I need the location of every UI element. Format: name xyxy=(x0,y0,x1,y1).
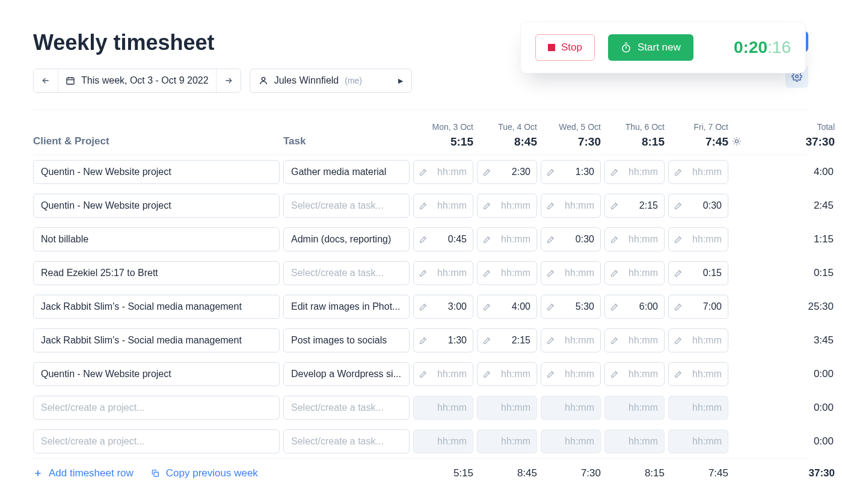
edit-icon xyxy=(610,302,619,312)
time-cell[interactable]: hh:mm xyxy=(668,362,728,386)
user-selector[interactable]: Jules Winnfield (me) ▶ xyxy=(250,69,412,93)
time-cell[interactable]: 2:30 xyxy=(477,160,537,184)
timesheet-header: Client & Project Task Mon, 3 Oct5:15 Tue… xyxy=(33,118,809,155)
time-cell[interactable]: 7:00 xyxy=(668,295,728,319)
edit-icon xyxy=(546,302,556,312)
edit-icon xyxy=(482,369,492,379)
project-input[interactable]: Quentin - New Website project xyxy=(33,362,280,386)
time-cell[interactable]: hh:mm xyxy=(604,227,665,251)
task-input[interactable]: Select/create a task... xyxy=(283,194,410,218)
task-input[interactable]: Edit raw images in Phot... xyxy=(283,295,410,319)
task-input[interactable]: Develop a Wordpress si... xyxy=(283,362,410,386)
time-cell[interactable]: 3:00 xyxy=(413,295,473,319)
time-cell[interactable]: hh:mm xyxy=(604,328,665,352)
time-cell[interactable]: hh:mm xyxy=(477,261,537,285)
add-row-button[interactable]: Add timesheet row xyxy=(33,467,134,479)
task-input[interactable]: Admin (docs, reporting) xyxy=(283,227,410,251)
time-cell[interactable]: 0:30 xyxy=(668,194,728,218)
project-input[interactable]: Jack Rabbit Slim's - Social media manage… xyxy=(33,328,280,352)
start-timer-button[interactable]: Start new xyxy=(608,34,693,61)
time-cell: hh:mm xyxy=(413,396,473,420)
time-cell[interactable]: hh:mm xyxy=(413,160,473,184)
edit-icon xyxy=(482,201,492,211)
project-input[interactable]: Not billable xyxy=(33,227,280,251)
task-input[interactable]: Select/create a task... xyxy=(283,396,410,420)
time-cell[interactable]: hh:mm xyxy=(477,194,537,218)
timesheet-row: Not billableAdmin (docs, reporting)0:45h… xyxy=(33,223,809,256)
time-cell[interactable]: hh:mm xyxy=(604,261,665,285)
task-input[interactable]: Select/create a task... xyxy=(283,261,410,285)
time-cell: hh:mm xyxy=(604,429,665,453)
project-input[interactable]: Quentin - New Website project xyxy=(33,194,280,218)
edit-icon xyxy=(546,268,556,278)
time-cell[interactable]: hh:mm xyxy=(604,160,665,184)
col-task: Task xyxy=(283,135,410,149)
user-me-suffix: (me) xyxy=(345,76,362,85)
time-cell[interactable]: 0:30 xyxy=(541,227,601,251)
time-cell[interactable]: 5:30 xyxy=(541,295,601,319)
time-cell[interactable]: hh:mm xyxy=(413,362,473,386)
time-cell[interactable]: 1:30 xyxy=(413,328,473,352)
svg-point-4 xyxy=(735,140,738,143)
next-week-button[interactable] xyxy=(216,69,241,92)
time-cell[interactable]: hh:mm xyxy=(668,227,728,251)
project-input[interactable]: Quentin - New Website project xyxy=(33,160,280,184)
time-cell[interactable]: hh:mm xyxy=(541,194,601,218)
time-cell[interactable]: hh:mm xyxy=(541,328,601,352)
edit-icon xyxy=(419,369,428,379)
project-input[interactable]: Read Ezekiel 25:17 to Brett xyxy=(33,261,280,285)
time-cell[interactable]: 0:45 xyxy=(413,227,473,251)
time-cell[interactable]: hh:mm xyxy=(668,160,728,184)
svg-point-1 xyxy=(796,75,799,78)
footer-grand-total: 37:30 xyxy=(754,467,835,479)
timesheet-row: Quentin - New Website projectDevelop a W… xyxy=(33,357,809,391)
time-cell[interactable]: 2:15 xyxy=(604,194,665,218)
edit-icon xyxy=(482,235,492,244)
task-input[interactable]: Post images to socials xyxy=(283,328,410,352)
timesheet-footer: Add timesheet row Copy previous week 5:1… xyxy=(33,459,809,483)
project-input[interactable]: Jack Rabbit Slim's - Social media manage… xyxy=(33,295,280,319)
row-total: 25:30 xyxy=(754,301,835,313)
time-cell[interactable]: hh:mm xyxy=(668,328,728,352)
stop-timer-label: Stop xyxy=(561,41,582,54)
time-cell[interactable]: hh:mm xyxy=(477,362,537,386)
edit-icon xyxy=(419,235,428,244)
calendar-icon xyxy=(66,76,75,85)
time-cell[interactable]: hh:mm xyxy=(604,362,665,386)
timer-widget: Stop Start new 0:20:16 xyxy=(520,22,806,73)
timesheet-row: Select/create a project...Select/create … xyxy=(33,391,809,425)
footer-day-total: 5:15 xyxy=(413,467,473,479)
date-range-display[interactable]: This week, Oct 3 - Oct 9 2022 xyxy=(58,69,216,92)
edit-icon xyxy=(674,268,683,278)
time-cell[interactable]: hh:mm xyxy=(413,194,473,218)
copy-previous-week-button[interactable]: Copy previous week xyxy=(150,467,258,479)
task-input[interactable]: Gather media material xyxy=(283,160,410,184)
prev-week-button[interactable] xyxy=(34,69,58,92)
start-timer-label: Start new xyxy=(638,41,681,54)
edit-icon xyxy=(610,167,619,177)
user-icon xyxy=(259,76,268,85)
time-cell[interactable]: 0:15 xyxy=(668,261,728,285)
row-total: 0:00 xyxy=(754,435,835,447)
edit-icon xyxy=(419,201,428,211)
time-cell[interactable]: 4:00 xyxy=(477,295,537,319)
row-total: 4:00 xyxy=(754,166,835,178)
col-total: Total37:30 xyxy=(754,122,835,149)
project-input[interactable]: Select/create a project... xyxy=(33,429,280,453)
task-input[interactable]: Select/create a task... xyxy=(283,429,410,453)
edit-icon xyxy=(419,302,428,312)
time-cell[interactable]: 1:30 xyxy=(541,160,601,184)
time-cell[interactable]: hh:mm xyxy=(477,227,537,251)
time-cell[interactable]: 6:00 xyxy=(604,295,665,319)
project-input[interactable]: Select/create a project... xyxy=(33,396,280,420)
timesheet-row: Quentin - New Website projectGather medi… xyxy=(33,155,809,189)
timesheet-row: Read Ezekiel 25:17 to BrettSelect/create… xyxy=(33,256,809,290)
time-cell[interactable]: hh:mm xyxy=(413,261,473,285)
time-cell[interactable]: hh:mm xyxy=(541,261,601,285)
stop-timer-button[interactable]: Stop xyxy=(535,34,595,61)
edit-icon xyxy=(610,336,619,345)
footer-day-total: 8:15 xyxy=(604,467,665,479)
time-cell: hh:mm xyxy=(668,396,728,420)
time-cell[interactable]: hh:mm xyxy=(541,362,601,386)
time-cell[interactable]: 2:15 xyxy=(477,328,537,352)
